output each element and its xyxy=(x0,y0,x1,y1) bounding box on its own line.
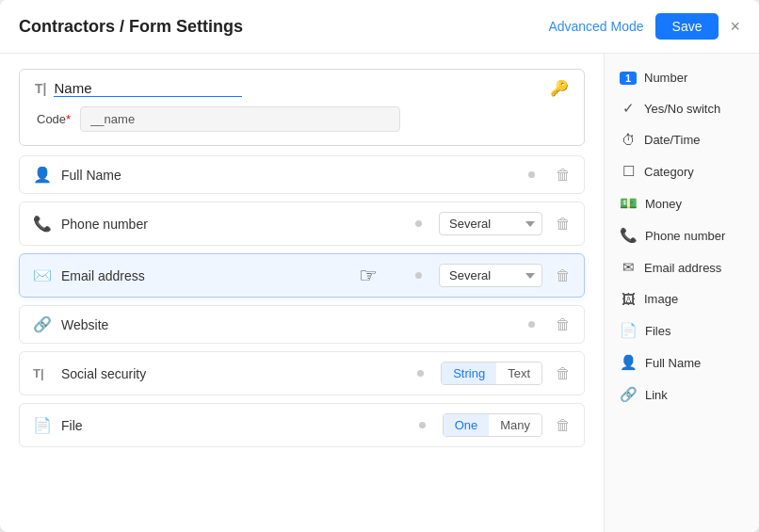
file-delete-icon[interactable]: 🗑 xyxy=(556,417,571,434)
close-button[interactable]: × xyxy=(730,18,740,35)
form-area: T| 🔑 Code* 👤 Full Name 🗑 xyxy=(0,54,604,532)
phone-number-icon: 📞 xyxy=(33,215,52,233)
name-input[interactable] xyxy=(54,80,242,97)
datetime-sidebar-icon: ⏱ xyxy=(620,132,637,148)
full-name-sidebar-icon: 👤 xyxy=(620,354,638,371)
file-icon: 📄 xyxy=(33,416,52,434)
advanced-mode-link[interactable]: Advanced Mode xyxy=(548,19,643,34)
many-toggle-btn[interactable]: Many xyxy=(489,414,541,436)
link-sidebar-icon: 🔗 xyxy=(620,386,638,403)
sidebar-item-phone-label: Phone number xyxy=(645,229,725,243)
website-dot xyxy=(528,321,535,328)
money-sidebar-icon: 💵 xyxy=(620,195,638,212)
required-star: * xyxy=(66,112,71,126)
email-icon: ✉️ xyxy=(33,266,52,284)
sidebar: 1 Number ✓ Yes/No switch ⏱ Date/Time ☐ C… xyxy=(604,54,759,532)
sidebar-item-category[interactable]: ☐ Category xyxy=(605,155,759,187)
code-input[interactable] xyxy=(80,106,400,132)
name-field-top: T| 🔑 xyxy=(35,79,569,97)
website-icon: 🔗 xyxy=(33,315,52,333)
social-security-dot xyxy=(417,370,424,377)
image-sidebar-icon: 🖼 xyxy=(620,291,637,307)
field-row-website: 🔗 Website 🗑 xyxy=(19,305,585,344)
phone-number-select[interactable]: One Several Many xyxy=(439,212,542,235)
social-security-delete-icon[interactable]: 🗑 xyxy=(556,365,571,382)
sidebar-item-files[interactable]: 📄 Files xyxy=(605,314,759,347)
email-dot xyxy=(415,272,422,279)
sidebar-item-number-label: Number xyxy=(644,71,687,85)
file-label: File xyxy=(61,418,402,433)
sidebar-item-full-name[interactable]: 👤 Full Name xyxy=(605,347,759,379)
sidebar-item-yes-no-label: Yes/No switch xyxy=(644,102,720,116)
modal-body: T| 🔑 Code* 👤 Full Name 🗑 xyxy=(0,54,759,532)
sidebar-item-email-address[interactable]: ✉ Email address xyxy=(605,251,759,283)
full-name-dot xyxy=(528,171,535,178)
email-delete-icon[interactable]: 🗑 xyxy=(556,267,571,284)
phone-number-label: Phone number xyxy=(61,217,398,232)
sidebar-item-image[interactable]: 🖼 Image xyxy=(605,283,759,314)
save-button[interactable]: Save xyxy=(655,13,719,40)
modal-header: Contractors / Form Settings Advanced Mod… xyxy=(0,0,759,54)
sidebar-item-number[interactable]: 1 Number xyxy=(605,63,759,92)
social-security-label: Social security xyxy=(61,366,400,381)
number-sidebar-icon: 1 xyxy=(620,72,637,85)
sidebar-item-money-label: Money xyxy=(645,197,682,211)
sidebar-item-money[interactable]: 💵 Money xyxy=(605,187,759,219)
code-label: Code* xyxy=(37,112,71,126)
full-name-label: Full Name xyxy=(61,168,511,183)
sidebar-item-phone-number[interactable]: 📞 Phone number xyxy=(605,219,759,251)
sidebar-item-email-label: Email address xyxy=(644,261,721,275)
sidebar-item-image-label: Image xyxy=(644,292,678,306)
name-field-box: T| 🔑 Code* xyxy=(19,69,585,146)
website-delete-icon[interactable]: 🗑 xyxy=(556,316,571,333)
field-row-full-name: 👤 Full Name 🗑 xyxy=(19,155,585,194)
string-text-toggle: String Text xyxy=(441,362,542,385)
code-row: Code* xyxy=(35,106,569,132)
file-dot xyxy=(419,422,426,428)
sidebar-item-link[interactable]: 🔗 Link xyxy=(605,379,759,411)
email-select[interactable]: One Several Many xyxy=(439,264,542,287)
one-toggle-btn[interactable]: One xyxy=(444,414,490,436)
key-icon: 🔑 xyxy=(550,79,569,97)
field-row-email-address: ✉️ Email address ☞ One Several Many 🗑 xyxy=(19,253,585,298)
one-many-toggle: One Many xyxy=(443,413,542,437)
field-row-file: 📄 File One Many 🗑 xyxy=(19,403,585,447)
category-sidebar-icon: ☐ xyxy=(620,163,637,180)
phone-number-delete-icon[interactable]: 🗑 xyxy=(556,216,571,233)
field-row-social-security: T| Social security String Text 🗑 xyxy=(19,351,585,395)
phone-number-dot xyxy=(415,220,422,227)
sidebar-item-link-label: Link xyxy=(645,388,668,402)
social-security-icon: T| xyxy=(33,366,52,380)
text-toggle-btn[interactable]: Text xyxy=(496,363,541,384)
sidebar-item-datetime[interactable]: ⏱ Date/Time xyxy=(605,124,759,155)
name-type-icon: T| xyxy=(35,81,46,96)
modal-container: Contractors / Form Settings Advanced Mod… xyxy=(0,0,759,532)
email-sidebar-icon: ✉ xyxy=(620,259,637,276)
field-row-phone-number: 📞 Phone number One Several Many 🗑 xyxy=(19,202,585,246)
sidebar-item-datetime-label: Date/Time xyxy=(644,133,700,147)
website-label: Website xyxy=(61,317,511,332)
phone-sidebar-icon: 📞 xyxy=(620,227,638,244)
sidebar-item-yes-no[interactable]: ✓ Yes/No switch xyxy=(605,92,759,124)
string-toggle-btn[interactable]: String xyxy=(442,363,496,384)
files-sidebar-icon: 📄 xyxy=(620,322,638,339)
sidebar-item-files-label: Files xyxy=(645,324,670,338)
sidebar-item-category-label: Category xyxy=(644,165,694,179)
sidebar-item-full-name-label: Full Name xyxy=(645,356,701,370)
full-name-delete-icon[interactable]: 🗑 xyxy=(556,167,571,184)
yes-no-sidebar-icon: ✓ xyxy=(620,100,637,117)
header-actions: Advanced Mode Save × xyxy=(548,13,740,40)
page-title: Contractors / Form Settings xyxy=(19,17,243,37)
email-label: Email address xyxy=(61,268,398,283)
full-name-icon: 👤 xyxy=(33,166,52,184)
